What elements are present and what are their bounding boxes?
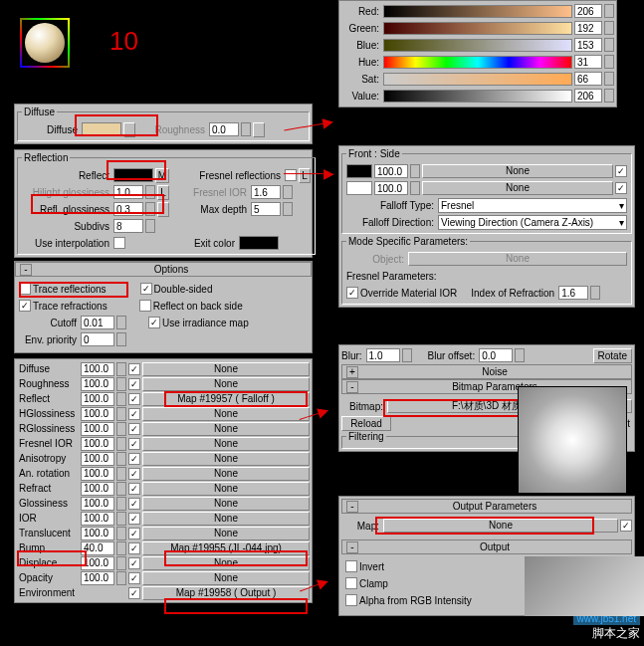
env-input[interactable] bbox=[81, 332, 114, 346]
map-enable-checkbox[interactable] bbox=[128, 587, 140, 599]
roughness-input[interactable] bbox=[209, 122, 239, 136]
options-header[interactable]: - Options bbox=[15, 262, 312, 277]
color-slider[interactable] bbox=[383, 56, 572, 69]
side-color-swatch[interactable] bbox=[346, 181, 372, 195]
roughness-spinner[interactable] bbox=[241, 122, 251, 136]
map-slot-button[interactable]: Map #19957 ( Falloff ) bbox=[142, 392, 310, 406]
map-enable-checkbox[interactable] bbox=[128, 498, 140, 510]
map-slot-button[interactable]: None bbox=[142, 422, 310, 436]
map-amount-input[interactable] bbox=[81, 497, 114, 511]
maxdepth-input[interactable] bbox=[251, 202, 281, 216]
map-slot-button[interactable]: None bbox=[142, 407, 310, 421]
map-spinner[interactable] bbox=[116, 467, 126, 481]
map-amount-input[interactable] bbox=[81, 407, 114, 421]
hilight-l-button[interactable]: L bbox=[157, 185, 169, 200]
color-slider[interactable] bbox=[383, 73, 572, 86]
color-value-input[interactable] bbox=[574, 21, 602, 35]
minus-icon[interactable]: - bbox=[346, 501, 358, 513]
map-slot-button[interactable]: None bbox=[142, 437, 310, 451]
override-ior-checkbox[interactable] bbox=[346, 287, 358, 299]
map-amount-input[interactable] bbox=[81, 377, 114, 391]
map-spinner[interactable] bbox=[116, 362, 126, 376]
side-map-button[interactable]: None bbox=[422, 181, 613, 195]
color-slider[interactable] bbox=[383, 90, 572, 103]
ior-input[interactable] bbox=[558, 286, 588, 300]
subdivs-input[interactable] bbox=[113, 219, 143, 233]
minus-icon[interactable]: - bbox=[20, 264, 32, 276]
minus-icon[interactable]: - bbox=[346, 381, 358, 393]
subdivs-spinner[interactable] bbox=[145, 219, 155, 233]
map-slot-button[interactable]: None bbox=[142, 362, 310, 376]
map-slot-button[interactable]: None bbox=[142, 452, 310, 466]
color-spinner[interactable] bbox=[604, 38, 614, 52]
color-spinner[interactable] bbox=[604, 89, 614, 103]
minus-icon[interactable]: - bbox=[346, 541, 358, 553]
map-slot-button[interactable]: None bbox=[142, 527, 310, 540]
blur-spinner[interactable] bbox=[402, 348, 412, 362]
map-slot-button[interactable]: None bbox=[142, 497, 310, 511]
map-enable-checkbox[interactable] bbox=[128, 468, 140, 480]
map-enable-checkbox[interactable] bbox=[128, 363, 140, 375]
map-spinner[interactable] bbox=[116, 541, 126, 555]
front-spinner[interactable] bbox=[410, 164, 420, 178]
double-sided-checkbox[interactable] bbox=[140, 283, 152, 295]
diffuse-color-swatch[interactable] bbox=[82, 122, 121, 136]
map-enable-checkbox[interactable] bbox=[128, 438, 140, 450]
map-enable-checkbox[interactable] bbox=[128, 393, 140, 405]
map-spinner[interactable] bbox=[116, 392, 126, 406]
color-value-input[interactable] bbox=[574, 89, 602, 103]
env-spinner[interactable] bbox=[116, 332, 126, 346]
output-section-header[interactable]: - Output bbox=[341, 539, 632, 554]
output-map-button[interactable]: None bbox=[383, 519, 618, 533]
map-slot-button[interactable]: Map #19955 (JL-044.jpg) bbox=[142, 541, 310, 555]
map-amount-input[interactable] bbox=[81, 527, 114, 540]
hilight-input[interactable] bbox=[113, 185, 143, 199]
color-slider[interactable] bbox=[383, 39, 572, 52]
map-enable-checkbox[interactable] bbox=[128, 513, 140, 525]
map-amount-input[interactable] bbox=[81, 452, 114, 466]
roughness-map-button[interactable] bbox=[253, 122, 265, 137]
diffuse-map-button[interactable] bbox=[123, 122, 135, 137]
map-slot-button[interactable]: None bbox=[142, 556, 310, 570]
map-amount-input[interactable] bbox=[81, 392, 114, 406]
map-enable-checkbox[interactable] bbox=[128, 378, 140, 390]
map-slot-button[interactable]: None bbox=[142, 467, 310, 481]
map-amount-input[interactable] bbox=[81, 467, 114, 481]
map-slot-button[interactable]: Map #19958 ( Output ) bbox=[142, 586, 310, 600]
color-value-input[interactable] bbox=[574, 4, 602, 18]
map-amount-input[interactable] bbox=[81, 571, 114, 585]
alpha-rgb-checkbox[interactable] bbox=[345, 594, 357, 606]
map-spinner[interactable] bbox=[116, 571, 126, 585]
map-amount-input[interactable] bbox=[81, 541, 114, 555]
reload-button[interactable]: Reload bbox=[341, 416, 391, 431]
exitcolor-swatch[interactable] bbox=[239, 236, 279, 250]
refl-gloss-input[interactable] bbox=[113, 202, 143, 216]
map-amount-input[interactable] bbox=[81, 482, 114, 496]
blur-input[interactable] bbox=[366, 348, 400, 362]
reflect-color-swatch[interactable] bbox=[113, 168, 153, 182]
map-enable-checkbox[interactable] bbox=[128, 453, 140, 465]
color-slider[interactable] bbox=[383, 5, 572, 18]
map-spinner[interactable] bbox=[116, 482, 126, 496]
clamp-checkbox[interactable] bbox=[345, 577, 357, 589]
map-spinner[interactable] bbox=[116, 452, 126, 466]
use-irrad-checkbox[interactable] bbox=[148, 317, 160, 328]
map-enable-checkbox[interactable] bbox=[128, 423, 140, 435]
reflect-map-button-m[interactable]: M bbox=[155, 168, 169, 183]
fresnel-ior-spinner[interactable] bbox=[283, 185, 293, 199]
falloff-type-select[interactable]: Fresnel bbox=[438, 198, 627, 213]
map-spinner[interactable] bbox=[116, 422, 126, 436]
color-spinner[interactable] bbox=[604, 55, 614, 69]
map-amount-input[interactable] bbox=[81, 422, 114, 436]
map-amount-input[interactable] bbox=[81, 362, 114, 376]
trace-refr-checkbox[interactable] bbox=[19, 300, 31, 312]
trace-refl-checkbox[interactable] bbox=[19, 283, 31, 295]
front-map-button[interactable]: None bbox=[422, 164, 613, 178]
side-enable-checkbox[interactable] bbox=[615, 182, 627, 194]
map-enable-checkbox[interactable] bbox=[128, 483, 140, 495]
map-amount-input[interactable] bbox=[81, 512, 114, 526]
bluroff-input[interactable] bbox=[479, 348, 513, 362]
map-spinner[interactable] bbox=[116, 556, 126, 570]
falloff-dir-select[interactable]: Viewing Direction (Camera Z-Axis) bbox=[438, 215, 627, 230]
map-spinner[interactable] bbox=[116, 407, 126, 421]
